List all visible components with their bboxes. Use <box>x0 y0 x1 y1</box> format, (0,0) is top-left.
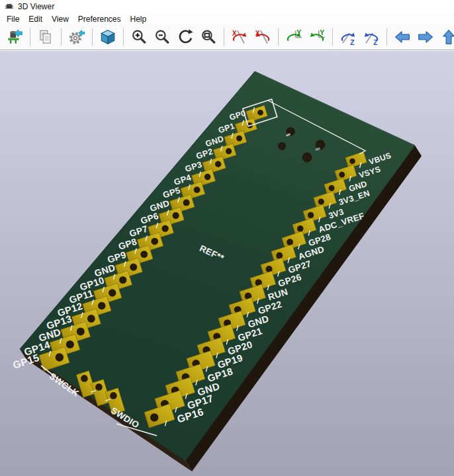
render-options-button[interactable] <box>67 27 87 47</box>
zoom-out-icon <box>154 28 171 46</box>
pad-hole <box>150 413 158 421</box>
toolbar-separator <box>332 28 333 46</box>
pcb-3d-scene: GP0GP1GNDGP2GP3GP4GP5GNDGP6GP7GP8GP9GNDG… <box>0 51 454 476</box>
pad-hole <box>318 198 324 204</box>
render-engine-cube-button[interactable] <box>98 27 118 47</box>
pad-hole <box>110 392 117 399</box>
zoom-fit-button[interactable] <box>199 27 218 47</box>
pad-hole <box>95 383 103 391</box>
rotate-y-clockwise-icon: Y <box>285 28 302 46</box>
zoom-in-icon <box>130 28 148 46</box>
pad-hole <box>349 159 355 165</box>
pad-hole <box>236 136 242 141</box>
menu-item-edit[interactable]: Edit <box>24 14 47 24</box>
rotate-y-counterclockwise-button[interactable]: Y <box>307 27 327 47</box>
pad-hole <box>87 315 95 323</box>
reload-board-icon <box>6 28 23 46</box>
menu-item-file[interactable]: File <box>2 14 24 24</box>
pad-hole <box>98 302 106 310</box>
zoom-out-button[interactable] <box>152 27 172 47</box>
toolbar-separator <box>224 28 224 46</box>
move-up-icon <box>440 28 454 46</box>
rotate-z-clockwise-icon: Z <box>340 28 357 46</box>
copy-image-icon <box>37 28 54 46</box>
svg-text:Z: Z <box>350 39 354 46</box>
pad-hole <box>183 200 190 206</box>
toolbar-separator <box>123 28 124 46</box>
rotate-z-counterclockwise-button[interactable]: Z <box>361 27 381 47</box>
pad-hole <box>329 185 335 191</box>
mounting-hole <box>278 142 285 149</box>
pad-hole <box>140 251 148 258</box>
copy-image-button[interactable] <box>36 27 56 47</box>
rotate-x-counterclockwise-button[interactable]: X <box>253 27 273 47</box>
3d-viewer-window: 3D Viewer FileEditViewPreferencesHelp X … <box>0 0 454 476</box>
pad-hole <box>308 212 314 218</box>
window-title: 3D Viewer <box>18 2 54 11</box>
render-options-icon <box>68 28 85 46</box>
pad-hole <box>173 212 179 219</box>
toolbar-separator <box>61 28 62 46</box>
rotate-y-counterclockwise-icon: Y <box>308 28 326 46</box>
pad-hole <box>257 110 263 116</box>
menu-item-help[interactable]: Help <box>126 14 152 24</box>
pad-hole <box>339 172 345 178</box>
pad-hole <box>81 375 88 382</box>
move-left-icon <box>394 28 411 46</box>
menubar: FileEditViewPreferencesHelp <box>0 13 454 24</box>
zoom-fit-icon <box>200 28 217 46</box>
pad-hole <box>297 225 304 232</box>
rotate-x-clockwise-icon: X <box>231 28 248 46</box>
rotate-z-counterclockwise-icon: Z <box>363 28 380 46</box>
pad-hole <box>56 353 64 361</box>
render-engine-cube-icon <box>99 28 116 46</box>
toolbar-separator <box>92 28 93 46</box>
toolbar-separator <box>386 28 387 46</box>
move-right-button[interactable] <box>416 27 435 47</box>
mounting-hole <box>302 153 312 162</box>
titlebar: 3D Viewer <box>0 0 454 13</box>
pad-hole <box>77 328 85 336</box>
pad-hole <box>130 264 137 271</box>
3d-viewport[interactable]: GP0GP1GNDGP2GP3GP4GP5GNDGP6GP7GP8GP9GNDG… <box>0 51 454 476</box>
move-right-icon <box>417 28 434 46</box>
pad-hole <box>151 238 158 245</box>
pad-hole <box>161 225 168 231</box>
chip-icon <box>5 2 14 11</box>
rotate-z-clockwise-button[interactable]: Z <box>338 27 358 47</box>
pad-hole <box>194 186 201 193</box>
redraw-button[interactable] <box>175 27 195 47</box>
toolbar-separator <box>30 28 30 46</box>
redraw-icon <box>177 28 194 46</box>
pad-hole <box>287 239 293 245</box>
toolbar-separator <box>278 28 279 46</box>
menu-item-view[interactable]: View <box>47 14 73 24</box>
rotate-y-clockwise-button[interactable]: Y <box>284 27 304 47</box>
pad-hole <box>226 148 232 154</box>
reload-board-button[interactable] <box>5 27 24 47</box>
pad-hole <box>204 174 211 180</box>
zoom-in-button[interactable] <box>129 27 149 47</box>
move-left-button[interactable] <box>392 27 412 47</box>
menu-item-preferences[interactable]: Preferences <box>73 14 126 24</box>
pad-hole <box>119 276 126 284</box>
pad-hole <box>109 289 116 296</box>
pad-hole <box>66 340 74 348</box>
rotate-x-clockwise-button[interactable]: X <box>230 27 250 47</box>
rotate-x-counterclockwise-icon: X <box>254 28 271 46</box>
move-up-button[interactable] <box>439 27 454 47</box>
pad-hole <box>215 161 221 167</box>
toolbar: X X Y Y Z Z <box>0 24 454 50</box>
